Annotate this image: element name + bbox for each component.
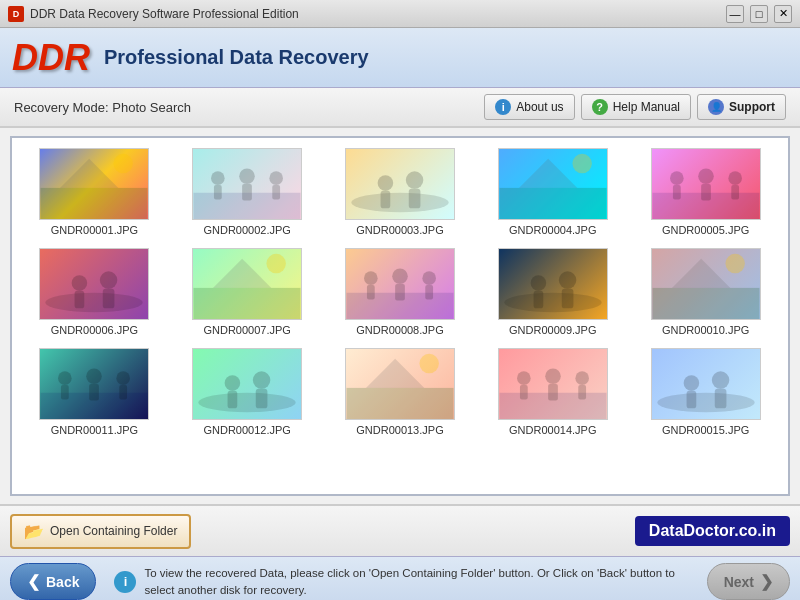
recovery-mode-label: Recovery Mode: Photo Search — [14, 100, 191, 115]
photo-item[interactable]: GNDR00007.JPG — [175, 248, 320, 336]
datadoctor-badge: DataDoctor.co.in — [635, 516, 790, 546]
svg-rect-42 — [533, 291, 543, 309]
footer-info: i To view the recovered Data, please cli… — [106, 565, 696, 597]
svg-rect-60 — [347, 388, 454, 419]
info-icon: i — [495, 99, 511, 115]
svg-rect-0 — [41, 188, 148, 219]
maximize-button[interactable]: □ — [750, 5, 768, 23]
photo-thumbnail — [192, 348, 302, 420]
svg-rect-45 — [652, 288, 759, 319]
photo-item[interactable]: GNDR00005.JPG — [633, 148, 778, 236]
photo-thumbnail — [192, 248, 302, 320]
arrow-left-icon: ❮ — [27, 572, 40, 591]
svg-marker-31 — [213, 259, 271, 288]
photo-grid: GNDR00001.JPG GNDR00002.JPG GNDR00003.JP… — [22, 148, 778, 436]
bottom-bar: 📂 Open Containing Folder DataDoctor.co.i… — [0, 504, 800, 556]
photo-item[interactable]: GNDR00011.JPG — [22, 348, 167, 436]
photo-thumbnail — [651, 248, 761, 320]
svg-point-17 — [572, 154, 591, 173]
svg-point-56 — [225, 375, 241, 391]
photo-filename: GNDR00007.JPG — [203, 324, 290, 336]
svg-rect-59 — [256, 389, 268, 408]
photo-item[interactable]: GNDR00013.JPG — [328, 348, 473, 436]
support-button[interactable]: 👤 Support — [697, 94, 786, 120]
svg-point-43 — [559, 271, 577, 289]
svg-rect-37 — [395, 284, 405, 301]
next-button[interactable]: Next ❯ — [707, 563, 790, 600]
svg-point-25 — [46, 293, 143, 312]
svg-rect-7 — [242, 184, 252, 201]
photo-thumbnail — [651, 148, 761, 220]
svg-point-26 — [72, 275, 88, 291]
photo-item[interactable]: GNDR00001.JPG — [22, 148, 167, 236]
about-us-button[interactable]: i About us — [484, 94, 574, 120]
photo-thumbnail — [345, 248, 455, 320]
photo-item[interactable]: GNDR00014.JPG — [480, 348, 625, 436]
svg-point-38 — [422, 271, 436, 285]
logo-ddr: DDR — [12, 40, 90, 76]
svg-rect-39 — [425, 285, 433, 300]
minimize-button[interactable]: — — [726, 5, 744, 23]
svg-rect-72 — [686, 391, 696, 409]
photo-filename: GNDR00012.JPG — [203, 424, 290, 436]
photo-thumbnail — [651, 348, 761, 420]
help-icon: ? — [592, 99, 608, 115]
svg-point-58 — [253, 371, 271, 389]
photo-item[interactable]: GNDR00006.JPG — [22, 248, 167, 336]
open-containing-folder-button[interactable]: 📂 Open Containing Folder — [10, 514, 191, 549]
photo-filename: GNDR00009.JPG — [509, 324, 596, 336]
svg-rect-65 — [520, 385, 528, 400]
photo-thumbnail — [498, 148, 608, 220]
svg-point-28 — [100, 271, 118, 289]
footer: ❮ Back i To view the recovered Data, ple… — [0, 556, 800, 600]
title-bar: D DDR Data Recovery Software Professiona… — [0, 0, 800, 28]
title-bar-controls[interactable]: — □ ✕ — [726, 5, 792, 23]
photo-item[interactable]: GNDR00010.JPG — [633, 248, 778, 336]
svg-point-23 — [728, 171, 742, 185]
photo-item[interactable]: GNDR00008.JPG — [328, 248, 473, 336]
svg-rect-20 — [673, 185, 681, 200]
svg-rect-24 — [731, 185, 739, 200]
svg-point-36 — [392, 268, 408, 284]
photo-grid-container: GNDR00001.JPG GNDR00002.JPG GNDR00003.JP… — [10, 136, 790, 496]
toolbar: Recovery Mode: Photo Search i About us ?… — [0, 88, 800, 128]
svg-rect-22 — [701, 184, 711, 201]
svg-point-51 — [87, 368, 103, 384]
svg-point-2 — [114, 154, 133, 173]
close-button[interactable]: ✕ — [774, 5, 792, 23]
photo-filename: GNDR00003.JPG — [356, 224, 443, 236]
photo-thumbnail — [39, 148, 149, 220]
svg-rect-63 — [499, 393, 606, 419]
svg-point-71 — [683, 375, 699, 391]
svg-point-62 — [419, 354, 438, 373]
photo-item[interactable]: GNDR00012.JPG — [175, 348, 320, 436]
svg-point-13 — [406, 171, 424, 189]
photo-item[interactable]: GNDR00009.JPG — [480, 248, 625, 336]
photo-item[interactable]: GNDR00004.JPG — [480, 148, 625, 236]
photo-filename: GNDR00013.JPG — [356, 424, 443, 436]
svg-rect-57 — [228, 391, 238, 409]
svg-point-40 — [504, 293, 601, 312]
photo-item[interactable]: GNDR00015.JPG — [633, 348, 778, 436]
photo-thumbnail — [498, 248, 608, 320]
svg-rect-12 — [381, 191, 391, 209]
support-icon: 👤 — [708, 99, 724, 115]
svg-point-53 — [117, 371, 131, 385]
photo-filename: GNDR00015.JPG — [662, 424, 749, 436]
svg-marker-16 — [519, 159, 577, 188]
photo-filename: GNDR00005.JPG — [662, 224, 749, 236]
photo-item[interactable]: GNDR00002.JPG — [175, 148, 320, 236]
help-manual-label: Help Manual — [613, 100, 680, 114]
help-manual-button[interactable]: ? Help Manual — [581, 94, 691, 120]
svg-rect-52 — [90, 384, 100, 401]
svg-rect-15 — [499, 188, 606, 219]
photo-filename: GNDR00002.JPG — [203, 224, 290, 236]
svg-point-49 — [58, 371, 72, 385]
app-icon: D — [8, 6, 24, 22]
photo-filename: GNDR00014.JPG — [509, 424, 596, 436]
photo-item[interactable]: GNDR00003.JPG — [328, 148, 473, 236]
back-button[interactable]: ❮ Back — [10, 563, 96, 600]
title-bar-left: D DDR Data Recovery Software Professiona… — [8, 6, 299, 22]
photo-filename: GNDR00006.JPG — [51, 324, 138, 336]
svg-point-47 — [725, 254, 744, 273]
